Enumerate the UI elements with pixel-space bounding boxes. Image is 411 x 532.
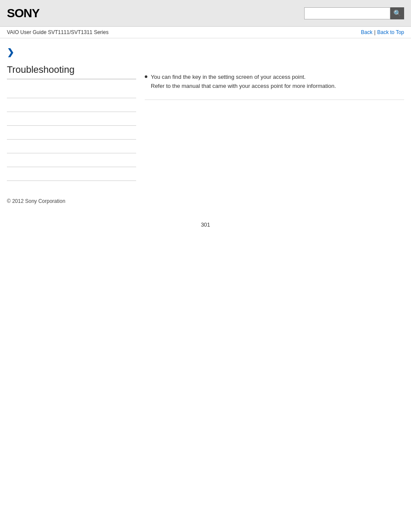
back-to-top-link[interactable]: Back to Top	[377, 29, 404, 35]
content-area: You can find the key in the setting scre…	[145, 47, 404, 181]
list-item	[7, 140, 136, 153]
bullet-item: You can find the key in the setting scre…	[145, 73, 404, 91]
content-bullet: You can find the key in the setting scre…	[145, 73, 404, 100]
list-item	[7, 153, 136, 167]
footer-copyright: © 2012 Sony Corporation	[0, 190, 411, 213]
page-number: 301	[0, 213, 411, 232]
search-area: 🔍	[304, 7, 404, 19]
sidebar-link-1[interactable]	[7, 88, 8, 94]
sidebar: ❯ Troubleshooting	[7, 47, 136, 181]
bullet-text: You can find the key in the setting scre…	[151, 73, 336, 91]
nav-links: Back | Back to Top	[361, 29, 404, 35]
sidebar-links	[7, 84, 136, 181]
bullet-line1: You can find the key in the setting scre…	[151, 73, 336, 82]
sidebar-link-3[interactable]	[7, 116, 8, 122]
search-button[interactable]: 🔍	[390, 7, 404, 19]
nav-bar: VAIO User Guide SVT1111/SVT1311 Series B…	[0, 27, 411, 38]
search-input[interactable]	[304, 7, 390, 19]
search-icon: 🔍	[393, 9, 402, 17]
bullet-line2: Refer to the manual that came with your …	[151, 82, 336, 91]
list-item	[7, 84, 136, 98]
main-content: ❯ Troubleshooting	[0, 38, 411, 190]
page-header: SONY 🔍	[0, 0, 411, 27]
list-item	[7, 126, 136, 140]
sidebar-section-title: Troubleshooting	[7, 64, 136, 79]
list-item	[7, 112, 136, 126]
sony-logo: SONY	[7, 6, 39, 20]
nav-separator: |	[374, 29, 375, 35]
sidebar-link-5[interactable]	[7, 143, 8, 149]
sidebar-link-2[interactable]	[7, 102, 8, 108]
sidebar-link-6[interactable]	[7, 157, 8, 163]
list-item	[7, 167, 136, 181]
bullet-dot-icon	[145, 75, 147, 78]
nav-title: VAIO User Guide SVT1111/SVT1311 Series	[7, 29, 109, 35]
breadcrumb-arrow: ❯	[7, 47, 136, 57]
sidebar-link-7[interactable]	[7, 171, 8, 177]
list-item	[7, 98, 136, 112]
back-link[interactable]: Back	[361, 29, 373, 35]
sidebar-link-4[interactable]	[7, 130, 8, 136]
